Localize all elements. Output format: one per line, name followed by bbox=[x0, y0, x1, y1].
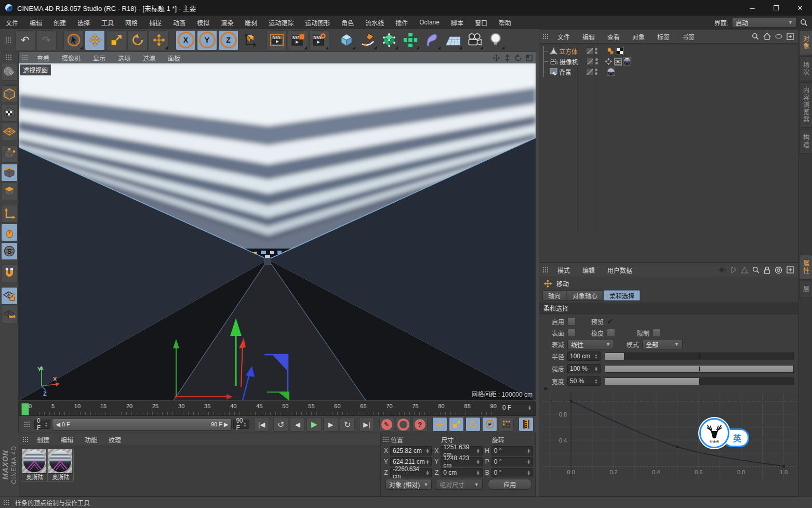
material-menu-item[interactable]: 创建 bbox=[31, 435, 55, 444]
key-scale-button[interactable] bbox=[449, 417, 464, 432]
material-menu-item[interactable]: 编辑 bbox=[55, 435, 79, 444]
object-row-background[interactable]: 背景 bbox=[539, 67, 798, 77]
render-view-button[interactable] bbox=[267, 30, 287, 50]
strength-field[interactable]: 100 %▲▼ bbox=[567, 364, 601, 373]
key-rotation-button[interactable] bbox=[465, 417, 481, 432]
spinner-icon[interactable]: ▲▼ bbox=[594, 379, 598, 384]
viewport-menu-item[interactable]: 面板 bbox=[162, 54, 187, 62]
menu-item[interactable]: 编辑 bbox=[24, 18, 48, 27]
spline-pen-button[interactable] bbox=[357, 30, 378, 50]
viewport-rotate-icon[interactable] bbox=[514, 54, 522, 62]
strength-slider[interactable] bbox=[605, 365, 794, 373]
undo-button[interactable]: ↶ bbox=[15, 30, 35, 50]
rotation-b-field[interactable]: 0 °▲▼ bbox=[491, 468, 533, 477]
attribute-grip[interactable] bbox=[542, 267, 549, 273]
autokey-button[interactable] bbox=[396, 417, 411, 432]
end-frame-field[interactable]: 90 F ▲▼ bbox=[233, 420, 249, 429]
simulation-mode-button[interactable]: S bbox=[1, 242, 18, 260]
move-tool-button[interactable] bbox=[85, 30, 105, 50]
texture-tag-icon[interactable] bbox=[607, 68, 615, 76]
mode-dropdown[interactable]: 全部▼ bbox=[642, 339, 683, 349]
viewport-grip[interactable] bbox=[22, 55, 29, 61]
object-manager-menu-item[interactable]: 对象 bbox=[626, 32, 651, 41]
menu-item[interactable]: 模拟 bbox=[191, 18, 215, 27]
points-mode-button[interactable] bbox=[1, 145, 18, 163]
camera-target-icon[interactable] bbox=[605, 58, 612, 65]
spinner-icon[interactable]: ▲▼ bbox=[594, 366, 598, 371]
material-grip[interactable] bbox=[22, 436, 29, 443]
playbar-grip[interactable] bbox=[24, 421, 31, 428]
key-position-button[interactable] bbox=[432, 417, 447, 432]
tab-objects[interactable]: 对象 bbox=[799, 30, 812, 55]
loop-button[interactable]: ↻ bbox=[340, 417, 355, 432]
rubber-checkbox[interactable] bbox=[607, 329, 615, 337]
tab-takes[interactable]: 场次 bbox=[799, 56, 812, 81]
width-slider[interactable] bbox=[605, 377, 794, 385]
add-panel-icon[interactable] bbox=[787, 33, 794, 40]
viewport-menu-item[interactable]: 选项 bbox=[112, 54, 137, 62]
object-manager-menu-item[interactable]: 书签 bbox=[676, 32, 701, 41]
surface-checkbox[interactable] bbox=[567, 329, 576, 337]
viewport-menu-item[interactable]: 过滤 bbox=[137, 54, 162, 62]
texture-mode-button[interactable] bbox=[1, 104, 18, 122]
spinner-icon[interactable]: ▲▼ bbox=[476, 448, 480, 453]
play-reverse-button[interactable]: ↺ bbox=[273, 417, 288, 432]
menu-item[interactable]: 动画 bbox=[167, 18, 191, 27]
menu-item[interactable]: 窗口 bbox=[469, 18, 493, 27]
spinner-icon[interactable]: ▲▼ bbox=[476, 470, 480, 475]
size-y-field[interactable]: 1248.423 cm▲▼ bbox=[441, 457, 482, 466]
layer-box-icon[interactable] bbox=[586, 68, 593, 75]
ruler-frame-field[interactable]: 0 F ▲▼ bbox=[500, 403, 534, 412]
size-z-field[interactable]: 0 cm▲▼ bbox=[441, 468, 482, 477]
edges-mode-button[interactable] bbox=[1, 164, 18, 181]
layer-box-icon[interactable] bbox=[587, 58, 594, 65]
spinner-icon[interactable]: ▲▼ bbox=[425, 459, 429, 464]
scale-tool-button[interactable] bbox=[106, 30, 126, 50]
toolbar-grip[interactable] bbox=[5, 37, 12, 44]
make-editable-button[interactable] bbox=[1, 63, 18, 81]
spinner-icon[interactable]: ▲▼ bbox=[425, 448, 429, 453]
spinner-icon[interactable]: ▲▼ bbox=[527, 448, 530, 453]
falloff-curve-panel[interactable]: 0.80.40.00.20.40.60.81.0 bbox=[543, 392, 796, 479]
tab-structure[interactable]: 构造 bbox=[799, 129, 812, 154]
search-icon[interactable] bbox=[752, 266, 760, 273]
tab-layers[interactable]: 层 bbox=[799, 281, 812, 297]
minimize-button[interactable]: ─ bbox=[740, 0, 764, 16]
material-menu-item[interactable]: 功能 bbox=[79, 435, 103, 444]
spinner-icon[interactable]: ▲▼ bbox=[425, 470, 429, 475]
axis-mode-button[interactable] bbox=[1, 205, 18, 223]
menu-item[interactable]: 插件 bbox=[390, 18, 414, 27]
workplane-mode-button[interactable] bbox=[1, 123, 18, 140]
spinner-icon[interactable]: ▲▼ bbox=[528, 405, 531, 410]
radius-field[interactable]: 100 cm▲▼ bbox=[567, 351, 601, 361]
maximize-button[interactable]: ❐ bbox=[764, 0, 788, 16]
record-keyframe-button[interactable]: ✎ bbox=[379, 417, 394, 432]
menu-item[interactable]: 运动图形 bbox=[299, 18, 336, 27]
lock-icon[interactable] bbox=[764, 266, 770, 274]
rotation-p-field[interactable]: 0 °▲▼ bbox=[491, 457, 533, 466]
spinner-icon[interactable]: ▲▼ bbox=[44, 422, 48, 427]
home-icon[interactable] bbox=[763, 33, 771, 40]
visibility-dots-icon[interactable] bbox=[595, 69, 597, 75]
spinner-icon[interactable]: ▲▼ bbox=[243, 422, 247, 427]
uvw-tag-icon[interactable] bbox=[616, 47, 624, 55]
preview-checkbox[interactable]: ✔ bbox=[607, 317, 614, 326]
keyframe-selection-button[interactable]: ? bbox=[412, 417, 428, 432]
light-button[interactable] bbox=[485, 30, 505, 50]
next-frame-button[interactable]: ▶ bbox=[323, 417, 338, 432]
go-to-end-button[interactable]: ▶| bbox=[359, 417, 374, 432]
rotation-h-field[interactable]: 0 °▲▼ bbox=[491, 446, 533, 455]
previous-frame-button[interactable]: ◀ bbox=[290, 417, 305, 432]
mode-toolbar-grip[interactable] bbox=[6, 54, 12, 61]
forward-icon[interactable] bbox=[730, 266, 737, 273]
rotate-tool-button[interactable] bbox=[127, 30, 148, 50]
curve-expander-icon[interactable]: ▶ bbox=[544, 386, 548, 391]
object-manager-grip[interactable] bbox=[542, 33, 549, 40]
render-settings-button[interactable] bbox=[309, 30, 329, 50]
live-selection-button[interactable] bbox=[63, 30, 84, 50]
menu-item[interactable]: 工具 bbox=[96, 18, 119, 27]
eye-icon[interactable] bbox=[775, 34, 782, 39]
perspective-viewport[interactable]: YXZ 透视视图 网格间距 : 100000 cm bbox=[19, 63, 536, 400]
menu-item[interactable]: 脚本 bbox=[445, 18, 469, 27]
menu-item[interactable]: 创建 bbox=[48, 18, 72, 27]
